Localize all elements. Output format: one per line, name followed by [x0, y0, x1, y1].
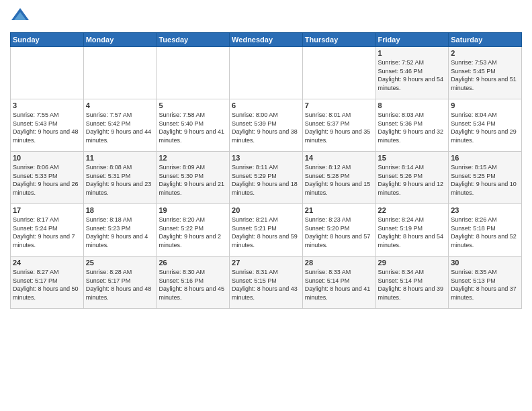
day-cell: 7Sunrise: 8:01 AM Sunset: 5:37 PM Daylig… [302, 99, 375, 152]
day-info: Sunrise: 8:09 AM Sunset: 5:30 PM Dayligh… [159, 163, 227, 197]
day-number: 18 [86, 206, 154, 214]
day-info: Sunrise: 8:01 AM Sunset: 5:37 PM Dayligh… [305, 111, 373, 144]
day-cell: 1Sunrise: 7:52 AM Sunset: 5:46 PM Daylig… [375, 47, 449, 99]
calendar-body: 1Sunrise: 7:52 AM Sunset: 5:46 PM Daylig… [11, 47, 522, 309]
day-cell: 24Sunrise: 8:27 AM Sunset: 5:17 PM Dayli… [11, 257, 84, 309]
day-number: 27 [232, 259, 300, 267]
day-cell [11, 47, 84, 99]
week-row-4: 17Sunrise: 8:17 AM Sunset: 5:24 PM Dayli… [11, 204, 522, 257]
day-number: 20 [232, 206, 300, 214]
day-info: Sunrise: 8:03 AM Sunset: 5:36 PM Dayligh… [378, 111, 447, 144]
header-cell-monday: Monday [83, 33, 157, 47]
day-number: 1 [378, 49, 447, 57]
day-info: Sunrise: 8:15 AM Sunset: 5:25 PM Dayligh… [451, 163, 519, 197]
day-cell: 4Sunrise: 7:57 AM Sunset: 5:42 PM Daylig… [83, 99, 157, 152]
day-number: 26 [159, 259, 227, 267]
day-info: Sunrise: 8:30 AM Sunset: 5:16 PM Dayligh… [159, 268, 227, 302]
day-number: 29 [378, 259, 447, 267]
calendar-table: SundayMondayTuesdayWednesdayThursdayFrid… [10, 32, 522, 309]
day-cell: 19Sunrise: 8:20 AM Sunset: 5:22 PM Dayli… [157, 204, 230, 257]
day-number: 6 [232, 101, 300, 109]
header-cell-friday: Friday [375, 33, 449, 47]
day-number: 22 [378, 206, 447, 214]
day-number: 21 [305, 206, 373, 214]
day-cell: 15Sunrise: 8:14 AM Sunset: 5:26 PM Dayli… [375, 152, 449, 204]
day-info: Sunrise: 8:26 AM Sunset: 5:18 PM Dayligh… [451, 216, 519, 249]
day-number: 16 [451, 154, 519, 162]
day-cell: 12Sunrise: 8:09 AM Sunset: 5:30 PM Dayli… [157, 152, 230, 204]
day-number: 28 [305, 259, 373, 267]
day-info: Sunrise: 8:08 AM Sunset: 5:31 PM Dayligh… [86, 163, 154, 197]
day-number: 30 [451, 259, 519, 267]
day-number: 19 [159, 206, 227, 214]
day-info: Sunrise: 8:27 AM Sunset: 5:17 PM Dayligh… [13, 268, 81, 302]
day-info: Sunrise: 8:18 AM Sunset: 5:23 PM Dayligh… [86, 216, 154, 249]
day-info: Sunrise: 8:00 AM Sunset: 5:39 PM Dayligh… [232, 111, 300, 144]
logo-icon [10, 7, 30, 27]
day-number: 12 [159, 154, 227, 162]
header-cell-thursday: Thursday [302, 33, 375, 47]
day-cell: 8Sunrise: 8:03 AM Sunset: 5:36 PM Daylig… [375, 99, 449, 152]
calendar-header: SundayMondayTuesdayWednesdayThursdayFrid… [11, 33, 522, 47]
day-cell: 28Sunrise: 8:33 AM Sunset: 5:14 PM Dayli… [302, 257, 375, 309]
day-cell: 11Sunrise: 8:08 AM Sunset: 5:31 PM Dayli… [83, 152, 157, 204]
header-cell-saturday: Saturday [449, 33, 522, 47]
day-cell: 20Sunrise: 8:21 AM Sunset: 5:21 PM Dayli… [230, 204, 303, 257]
day-info: Sunrise: 8:11 AM Sunset: 5:29 PM Dayligh… [232, 163, 300, 197]
day-number: 24 [13, 259, 81, 267]
day-number: 9 [451, 101, 519, 109]
day-cell: 14Sunrise: 8:12 AM Sunset: 5:28 PM Dayli… [302, 152, 375, 204]
day-cell: 22Sunrise: 8:24 AM Sunset: 5:19 PM Dayli… [375, 204, 449, 257]
day-info: Sunrise: 8:04 AM Sunset: 5:34 PM Dayligh… [451, 111, 519, 144]
day-info: Sunrise: 8:14 AM Sunset: 5:26 PM Dayligh… [378, 163, 447, 197]
day-info: Sunrise: 8:17 AM Sunset: 5:24 PM Dayligh… [13, 216, 81, 249]
day-number: 14 [305, 154, 373, 162]
day-info: Sunrise: 7:55 AM Sunset: 5:43 PM Dayligh… [13, 111, 81, 144]
day-number: 13 [232, 154, 300, 162]
day-info: Sunrise: 7:58 AM Sunset: 5:40 PM Dayligh… [159, 111, 227, 144]
day-cell: 26Sunrise: 8:30 AM Sunset: 5:16 PM Dayli… [157, 257, 230, 309]
day-cell: 10Sunrise: 8:06 AM Sunset: 5:33 PM Dayli… [11, 152, 84, 204]
day-cell: 23Sunrise: 8:26 AM Sunset: 5:18 PM Dayli… [449, 204, 522, 257]
day-cell: 13Sunrise: 8:11 AM Sunset: 5:29 PM Dayli… [230, 152, 303, 204]
day-number: 25 [86, 259, 154, 267]
header-cell-tuesday: Tuesday [157, 33, 230, 47]
logo [10, 7, 33, 27]
calendar-container: SundayMondayTuesdayWednesdayThursdayFrid… [0, 0, 532, 411]
day-cell [83, 47, 157, 99]
day-cell: 30Sunrise: 8:35 AM Sunset: 5:13 PM Dayli… [449, 257, 522, 309]
day-number: 8 [378, 101, 447, 109]
week-row-3: 10Sunrise: 8:06 AM Sunset: 5:33 PM Dayli… [11, 152, 522, 204]
day-info: Sunrise: 8:06 AM Sunset: 5:33 PM Dayligh… [13, 163, 81, 197]
header-cell-sunday: Sunday [11, 33, 84, 47]
day-cell [157, 47, 230, 99]
day-number: 15 [378, 154, 447, 162]
day-info: Sunrise: 8:12 AM Sunset: 5:28 PM Dayligh… [305, 163, 373, 197]
day-cell: 27Sunrise: 8:31 AM Sunset: 5:15 PM Dayli… [230, 257, 303, 309]
day-cell: 16Sunrise: 8:15 AM Sunset: 5:25 PM Dayli… [449, 152, 522, 204]
header [10, 7, 522, 27]
day-number: 11 [86, 154, 154, 162]
day-cell: 25Sunrise: 8:28 AM Sunset: 5:17 PM Dayli… [83, 257, 157, 309]
day-info: Sunrise: 8:21 AM Sunset: 5:21 PM Dayligh… [232, 216, 300, 249]
day-cell: 9Sunrise: 8:04 AM Sunset: 5:34 PM Daylig… [449, 99, 522, 152]
day-info: Sunrise: 8:24 AM Sunset: 5:19 PM Dayligh… [378, 216, 447, 249]
day-number: 4 [86, 101, 154, 109]
day-number: 5 [159, 101, 227, 109]
day-number: 23 [451, 206, 519, 214]
day-info: Sunrise: 8:34 AM Sunset: 5:14 PM Dayligh… [378, 268, 447, 302]
day-info: Sunrise: 8:20 AM Sunset: 5:22 PM Dayligh… [159, 216, 227, 249]
day-info: Sunrise: 7:53 AM Sunset: 5:45 PM Dayligh… [451, 58, 519, 92]
day-info: Sunrise: 8:35 AM Sunset: 5:13 PM Dayligh… [451, 268, 519, 302]
day-cell: 18Sunrise: 8:18 AM Sunset: 5:23 PM Dayli… [83, 204, 157, 257]
day-cell: 3Sunrise: 7:55 AM Sunset: 5:43 PM Daylig… [11, 99, 84, 152]
day-cell: 21Sunrise: 8:23 AM Sunset: 5:20 PM Dayli… [302, 204, 375, 257]
day-info: Sunrise: 8:28 AM Sunset: 5:17 PM Dayligh… [86, 268, 154, 302]
day-cell: 17Sunrise: 8:17 AM Sunset: 5:24 PM Dayli… [11, 204, 84, 257]
day-cell [302, 47, 375, 99]
day-cell: 6Sunrise: 8:00 AM Sunset: 5:39 PM Daylig… [230, 99, 303, 152]
day-cell [230, 47, 303, 99]
day-info: Sunrise: 7:57 AM Sunset: 5:42 PM Dayligh… [86, 111, 154, 144]
week-row-2: 3Sunrise: 7:55 AM Sunset: 5:43 PM Daylig… [11, 99, 522, 152]
week-row-1: 1Sunrise: 7:52 AM Sunset: 5:46 PM Daylig… [11, 47, 522, 99]
